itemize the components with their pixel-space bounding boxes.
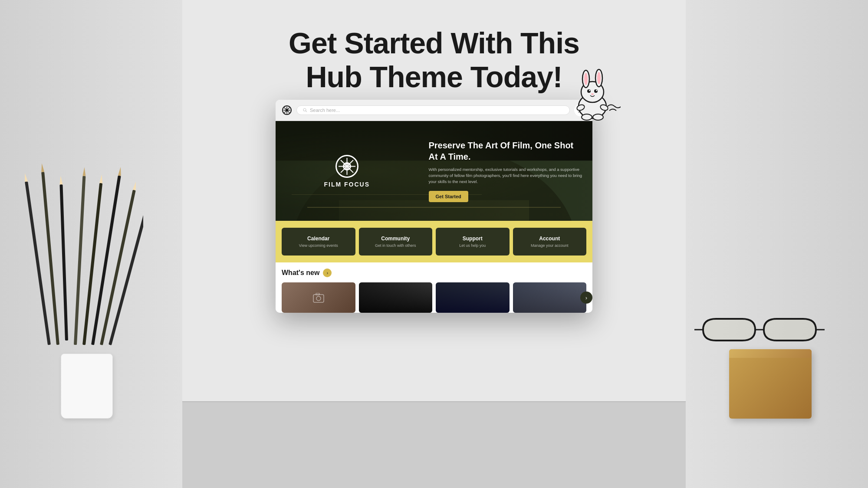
hero-section: FILM FOCUS Preserve The Art Of Film, One…: [276, 121, 592, 221]
svg-point-29: [591, 93, 594, 95]
community-card-title: Community: [364, 236, 427, 242]
whats-new-title: What's new: [282, 269, 319, 277]
svg-point-32: [582, 114, 592, 120]
hero-left: FILM FOCUS: [276, 121, 418, 221]
svg-rect-42: [316, 293, 319, 295]
browser-search-bar[interactable]: Search here...: [296, 105, 570, 115]
whats-new-section: What's new ›: [276, 262, 592, 313]
heading-line1: Get Started With This: [289, 26, 579, 59]
news-grid: [282, 282, 586, 313]
hero-description: With personalized mentorship, exclusive …: [429, 167, 582, 185]
svg-marker-12: [99, 174, 103, 183]
get-started-button[interactable]: Get Started: [429, 191, 468, 202]
news-next-button[interactable]: ›: [580, 291, 592, 304]
svg-point-36: [303, 108, 306, 111]
svg-marker-11: [82, 167, 86, 176]
whats-new-header: What's new ›: [282, 269, 586, 277]
support-card-subtitle: Let us help you: [441, 243, 504, 248]
search-placeholder-text: Search here...: [310, 108, 340, 113]
search-icon: [303, 108, 307, 112]
news-grid-container: ›: [282, 282, 586, 313]
nav-card-calendar[interactable]: Calendar View upcoming events: [282, 228, 355, 255]
site-logo-icon: [282, 105, 292, 115]
svg-rect-3: [74, 176, 85, 345]
heading-area: Get Started With This Hub Theme Today!: [289, 26, 579, 94]
calendar-card-title: Calendar: [287, 236, 350, 242]
wood-block: [729, 349, 812, 419]
main-heading: Get Started With This Hub Theme Today!: [289, 26, 579, 94]
pencils-art: [22, 158, 143, 367]
account-card-subtitle: Manage your account: [518, 243, 582, 248]
svg-marker-10: [59, 176, 63, 184]
mascot: [564, 61, 621, 121]
support-card-title: Support: [441, 236, 504, 242]
svg-point-25: [587, 89, 591, 93]
film-focus-logo-text: FILM FOCUS: [324, 181, 370, 188]
svg-point-22: [584, 73, 588, 85]
svg-rect-2: [59, 184, 68, 341]
browser-window: Search here... ☰: [276, 100, 592, 313]
svg-point-41: [316, 296, 321, 301]
nav-card-community[interactable]: Community Get in touch with others: [359, 228, 433, 255]
svg-point-26: [594, 89, 598, 93]
svg-rect-1: [41, 172, 59, 345]
community-card-subtitle: Get in touch with others: [364, 243, 427, 248]
svg-marker-9: [40, 163, 44, 172]
svg-point-28: [596, 90, 597, 91]
calendar-card-subtitle: View upcoming events: [287, 243, 350, 248]
heading-line2: Hub Theme Today!: [306, 60, 562, 93]
svg-line-37: [306, 111, 307, 112]
browser-chrome: Search here... ☰: [276, 100, 592, 121]
nav-strip: Calendar View upcoming events Community …: [276, 221, 592, 262]
svg-point-24: [597, 72, 601, 84]
nav-card-account[interactable]: Account Manage your account: [513, 228, 587, 255]
news-card-3[interactable]: [436, 282, 510, 313]
hero-title: Preserve The Art Of Film, One Shot At A …: [429, 140, 582, 162]
svg-point-33: [593, 114, 603, 120]
news-card-2[interactable]: [359, 282, 433, 313]
whats-new-arrow-icon[interactable]: ›: [323, 269, 332, 277]
nav-cards-grid: Calendar View upcoming events Community …: [282, 228, 586, 255]
account-card-title: Account: [518, 236, 582, 242]
svg-point-27: [589, 90, 590, 91]
svg-rect-4: [82, 183, 102, 345]
svg-marker-14: [133, 181, 138, 190]
svg-rect-40: [313, 295, 324, 302]
film-focus-logo-icon: [335, 154, 359, 178]
hero-content: FILM FOCUS Preserve The Art Of Film, One…: [276, 121, 592, 221]
glasses-art: [694, 310, 825, 349]
svg-marker-13: [118, 167, 122, 176]
svg-point-35: [286, 109, 288, 111]
news-card-4[interactable]: [513, 282, 587, 313]
svg-marker-8: [23, 173, 28, 182]
camera-hands-icon: [310, 291, 327, 304]
news-card-1[interactable]: [282, 282, 355, 313]
hero-right: Preserve The Art Of Film, One Shot At A …: [418, 121, 593, 221]
nav-card-support[interactable]: Support Let us help you: [436, 228, 510, 255]
